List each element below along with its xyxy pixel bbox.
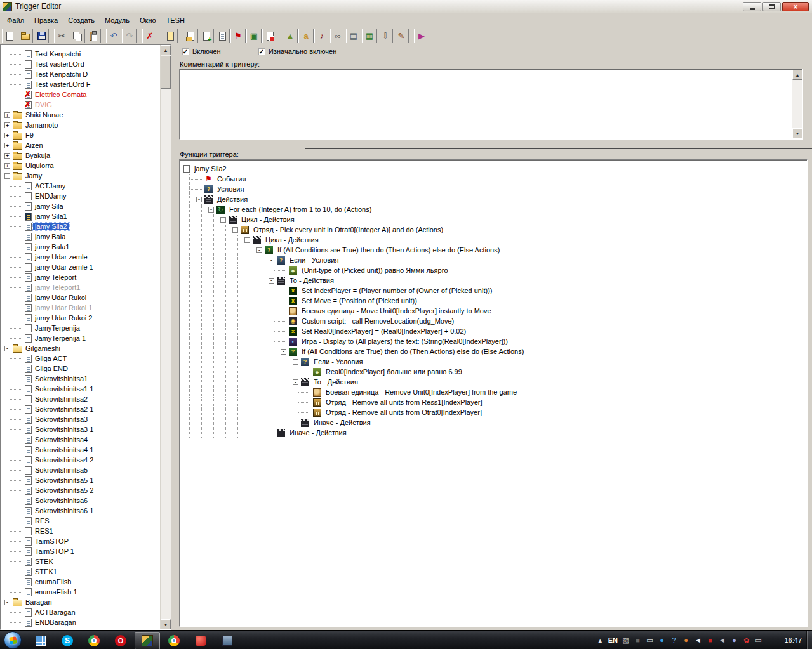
tree-item[interactable]: STEK [1,556,160,567]
function-row[interactable]: -То - Действия [181,275,806,285]
function-row[interactable]: -Отряд - Pick every unit in Otrat0[(Inte… [181,225,806,235]
tree-item[interactable]: -Baragan [1,597,160,607]
tree-item[interactable]: jamy Udar Rukoi [1,292,160,303]
tree-expander[interactable]: + [4,143,10,148]
tray-app-icon[interactable]: ■ [634,631,642,649]
tree-expander[interactable]: + [4,163,10,169]
terrain-editor-button[interactable]: ▲ [283,29,298,43]
tree-item[interactable]: jamy Bala [1,232,160,242]
tree-item[interactable]: DVIG [1,100,160,110]
new-trigger-in-category-button[interactable] [199,29,214,43]
paste-button[interactable] [86,29,101,43]
tree-item[interactable]: Sokrovitshinitsa3 1 [1,424,160,435]
tree-item[interactable]: -Gilgameshi [1,343,160,353]
tree-item[interactable]: +Shiki Nanae [1,110,160,120]
tree-expander[interactable]: - [196,197,202,202]
function-row[interactable]: jamy Sila2 [181,164,806,174]
tray-discord-icon[interactable]: ● [730,631,738,649]
new-category-button[interactable] [183,29,198,43]
delete-button[interactable]: ✗ [142,29,157,43]
enabled-checkbox-box[interactable] [182,48,189,55]
taskbar-chrome[interactable] [81,632,107,649]
function-row[interactable]: -Если - Условия [181,255,806,265]
save-map-button[interactable] [34,29,49,43]
tree-item[interactable]: Elettrico Comata [1,89,160,100]
tree-expander[interactable]: - [232,227,238,233]
tree-item[interactable]: jamy Udar Rukoi 1 [1,303,160,313]
tree-item[interactable]: Sokrovitshinitsa1 1 [1,384,160,394]
tree-item[interactable]: Sokrovitshinitsa1 [1,374,160,384]
tree-item[interactable]: Gilga END [1,364,160,374]
tree-item[interactable]: JamyTerpenija [1,323,160,333]
comment-textarea[interactable] [179,69,803,140]
tree-item[interactable]: jamy Sila1 [1,211,160,221]
menu-edit[interactable]: Правка [29,15,63,26]
tree-item[interactable]: Sokrovitshinitsa6 [1,495,160,506]
new-condition-button[interactable]: ▣ [246,29,262,43]
function-row[interactable]: -Цикл - Действия [181,235,806,245]
tree-expander[interactable]: + [4,122,10,128]
tree-item[interactable]: +Jamamoto [1,120,160,130]
tree-item[interactable]: JamyTerpenija 1 [1,333,160,343]
new-action-button[interactable] [262,29,277,43]
undo-button[interactable]: ↶ [106,29,121,43]
tree-item[interactable]: RES1 [1,526,160,536]
tree-scrollbar[interactable] [160,45,171,629]
ai-editor-button[interactable]: ▤ [346,29,361,43]
function-row[interactable]: Иначе - Действия [181,428,806,438]
function-row[interactable]: -То - Действия [181,377,806,387]
tree-item[interactable]: jamy Udar zemle [1,252,160,262]
tree-item[interactable]: +Ulquiorra [1,161,160,171]
close-button[interactable] [782,2,809,11]
tree-item[interactable]: jamy Sila [1,201,160,211]
scroll-down-button[interactable] [161,619,171,629]
tree-item[interactable]: Sokrovitshinitsa3 [1,414,160,424]
tree-item[interactable]: jamy Udar zemle 1 [1,262,160,272]
cut-button[interactable]: ✂ [54,29,69,43]
taskbar-pinned-grid-app[interactable] [28,632,53,649]
tree-expander[interactable]: - [244,237,250,243]
tray-pinwheel-icon[interactable]: ✿ [742,631,750,649]
tree-item[interactable]: Test Kenpatchi D [1,69,160,79]
function-row[interactable]: Custom script: call RemoveLocation(udg_M… [181,316,806,326]
tree-item[interactable]: jamy Bala1 [1,242,160,252]
tree-item[interactable]: TaimSTOP 1 [1,546,160,556]
test-map-button[interactable]: ▶ [414,29,429,43]
function-row[interactable]: Игра - Display to (All players) the text… [181,336,806,346]
tree-item[interactable]: STEK1 [1,567,160,577]
tree-item[interactable]: Sokrovitshinitsa5 [1,465,160,475]
copy-button[interactable] [70,29,85,43]
function-row[interactable]: -If (All Conditions are True) then do (T… [181,346,806,357]
function-row[interactable]: -For each (Integer A) from 1 to 10, do (… [181,204,806,214]
tree-item[interactable]: Sokrovitshinitsa2 [1,394,160,404]
tree-expander[interactable]: - [4,173,10,179]
tree-expander[interactable]: + [4,133,10,138]
tree-expander[interactable]: - [293,379,298,385]
function-row[interactable]: Real0[IndexPlayer] больше или равно 6.99 [181,367,806,377]
sound-editor-button[interactable]: ♪ [314,29,329,43]
taskbar-browser-2[interactable] [161,632,187,649]
tray-volume-icon[interactable]: ◄ [694,631,702,649]
menu-create[interactable]: Создать [63,15,100,26]
menu-module[interactable]: Модуль [100,15,135,26]
object-editor-button[interactable]: a [298,29,314,43]
function-row[interactable]: -Действия [181,194,806,204]
tree-item[interactable]: +Aizen [1,140,160,150]
tree-expander[interactable]: - [220,217,226,223]
initially-on-checkbox-box[interactable] [258,48,265,55]
import-manager-button[interactable]: ⇩ [378,29,393,43]
tree-item[interactable]: jamy Teleport [1,272,160,282]
splitter[interactable] [305,148,812,149]
tree-item[interactable]: Sokrovitshinitsa4 [1,435,160,445]
comment-scroll-up[interactable] [792,70,802,80]
function-row[interactable]: Боевая единица - Remove Unit0[IndexPlaye… [181,387,806,397]
open-map-button[interactable] [18,29,33,43]
function-row[interactable]: Set Real0[IndexPlayer] = (Real0[IndexPla… [181,326,806,336]
comment-scroll-down[interactable] [792,128,802,138]
new-event-button[interactable]: ⚑ [230,29,246,43]
function-row[interactable]: События [181,174,806,184]
function-row[interactable]: -Если - Условия [181,357,806,367]
tree-item[interactable]: Test Kenpatchi [1,49,160,59]
function-row[interactable]: Иначе - Действия [181,417,806,428]
tree-expander[interactable]: - [4,346,10,351]
